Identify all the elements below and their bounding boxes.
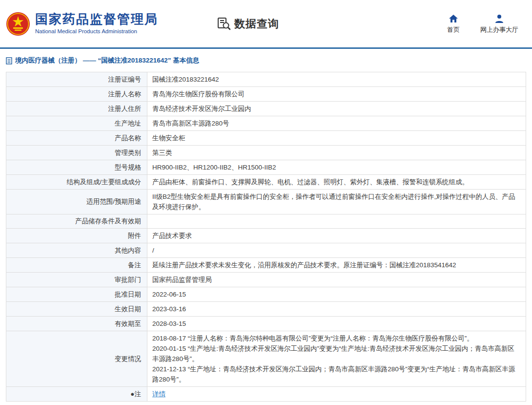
table-row: 备注 延续注册产品技术要求未发生变化，沿用原核发的产品技术要求。原注册证编号：国…	[6, 258, 526, 273]
row-value: 详情	[147, 387, 526, 402]
row-label: 变更情况	[6, 331, 147, 387]
nav-item-home[interactable]: 首页	[447, 14, 460, 34]
breadcrumb-text: 境内医疗器械（注册） —— “国械注准20183221642” 基本信息	[15, 56, 199, 65]
data-query-icon	[217, 17, 231, 31]
row-label: ●注	[6, 387, 147, 402]
section-title-text: 数据查询	[234, 17, 279, 31]
row-value: 青岛市高新区丰源路280号	[147, 116, 526, 131]
home-icon	[449, 14, 458, 23]
row-value	[147, 214, 526, 229]
org-name-cn: 国家药品监督管理局	[35, 12, 158, 27]
table-row: 适用范围/预期用途 II级B2型生物安全柜是具有前窗操作口的安全柜，操作者可以通…	[6, 190, 526, 214]
row-value: 产品技术要求	[147, 229, 526, 243]
info-table-body: 注册证编号 国械注准20183221642 注册人名称 青岛海尔生物医疗股份有限…	[6, 72, 526, 402]
national-emblem-icon	[6, 12, 30, 36]
header-nav: 首页 网上办事大厅	[447, 14, 518, 34]
row-value: 2022-06-15	[147, 287, 526, 302]
nav-item-service-hall[interactable]: 网上办事大厅	[480, 14, 518, 34]
table-row: 附件 产品技术要求	[6, 229, 526, 243]
row-label: 批准日期	[6, 287, 147, 302]
row-label: 注册人住所	[6, 102, 147, 116]
row-value: 生物安全柜	[147, 131, 526, 146]
row-label: 附件	[6, 229, 147, 243]
breadcrumb: 境内医疗器械（注册） —— “国械注准20183221642” 基本信息	[0, 49, 532, 71]
nav-item-label: 网上办事大厅	[480, 25, 518, 34]
document-icon	[6, 57, 12, 64]
row-label: 其他内容	[6, 243, 147, 258]
row-label: 生产地址	[6, 116, 147, 131]
row-value: 2023-03-16	[147, 302, 526, 317]
nmpa-brand[interactable]: 国家药品监督管理局 National Medical Products Admi…	[6, 12, 158, 36]
table-row: 注册人名称 青岛海尔生物医疗股份有限公司	[6, 87, 526, 102]
table-row: 产品储存条件及有效期	[6, 214, 526, 229]
table-row: 注册证编号 国械注准20183221642	[6, 72, 526, 87]
row-value: 产品由柜体、前窗操作口、支撑脚及脚轮、电机、过滤器、照明灯、紫外灯、集液槽、报警…	[147, 175, 526, 190]
table-row: 生效日期 2023-03-16	[6, 302, 526, 317]
row-label: 审批部门	[6, 273, 147, 287]
row-label: 有效期至	[6, 317, 147, 331]
table-row: 管理类别 第三类	[6, 146, 526, 160]
table-row: 批准日期 2022-06-15	[6, 287, 526, 302]
row-label: 型号规格	[6, 160, 147, 175]
table-row: 注册人住所 青岛经济技术开发区海尔工业园内	[6, 102, 526, 116]
row-value: 国械注准20183221642	[147, 72, 526, 87]
row-label: 备注	[6, 258, 147, 273]
row-value: II级B2型生物安全柜是具有前窗操作口的安全柜，操作者可以通过前窗操作口在安全柜…	[147, 190, 526, 214]
page-header: 国家药品监督管理局 National Medical Products Admi…	[0, 0, 532, 49]
detail-link[interactable]: 详情	[152, 390, 165, 398]
nav-item-label: 首页	[447, 25, 460, 34]
row-label: 结构及组成/主要组成成分	[6, 175, 147, 190]
user-icon	[494, 14, 504, 23]
row-value: 2028-03-15	[147, 317, 526, 331]
table-row: 有效期至 2028-03-15	[6, 317, 526, 331]
row-label: 生效日期	[6, 302, 147, 317]
row-value: HR900-IIB2、HR1200-IIB2、HR1500-IIB2	[147, 160, 526, 175]
table-row: 生产地址 青岛市高新区丰源路280号	[6, 116, 526, 131]
org-name-en: National Medical Products Administration	[35, 28, 158, 35]
row-value: 2018-08-17 “注册人名称：青岛海尔特种电器有限公司”变更为“注册人名称…	[147, 331, 526, 387]
row-value: 青岛经济技术开发区海尔工业园内	[147, 102, 526, 116]
row-value: 国家药品监督管理局	[147, 273, 526, 287]
table-row: 其他内容 /	[6, 243, 526, 258]
table-row: 审批部门 国家药品监督管理局	[6, 273, 526, 287]
info-table: 注册证编号 国械注准20183221642 注册人名称 青岛海尔生物医疗股份有限…	[6, 72, 526, 402]
table-row: ●注 详情	[6, 387, 526, 402]
table-row: 结构及组成/主要组成成分 产品由柜体、前窗操作口、支撑脚及脚轮、电机、过滤器、照…	[6, 175, 526, 190]
row-value: 青岛海尔生物医疗股份有限公司	[147, 87, 526, 102]
row-value: /	[147, 243, 526, 258]
row-label: 适用范围/预期用途	[6, 190, 147, 214]
row-label: 管理类别	[6, 146, 147, 160]
table-row: 变更情况 2018-08-17 “注册人名称：青岛海尔特种电器有限公司”变更为“…	[6, 331, 526, 387]
row-label: 产品储存条件及有效期	[6, 214, 147, 229]
table-row: 产品名称 生物安全柜	[6, 131, 526, 146]
row-label: 产品名称	[6, 131, 147, 146]
brand-text: 国家药品监督管理局 National Medical Products Admi…	[35, 12, 158, 35]
table-row: 型号规格 HR900-IIB2、HR1200-IIB2、HR1500-IIB2	[6, 160, 526, 175]
row-value: 延续注册产品技术要求未发生变化，沿用原核发的产品技术要求。原注册证编号：国械注准…	[147, 258, 526, 273]
data-query-title: 数据查询	[217, 17, 279, 31]
row-label: 注册人名称	[6, 87, 147, 102]
row-value: 第三类	[147, 146, 526, 160]
row-label: 注册证编号	[6, 72, 147, 87]
